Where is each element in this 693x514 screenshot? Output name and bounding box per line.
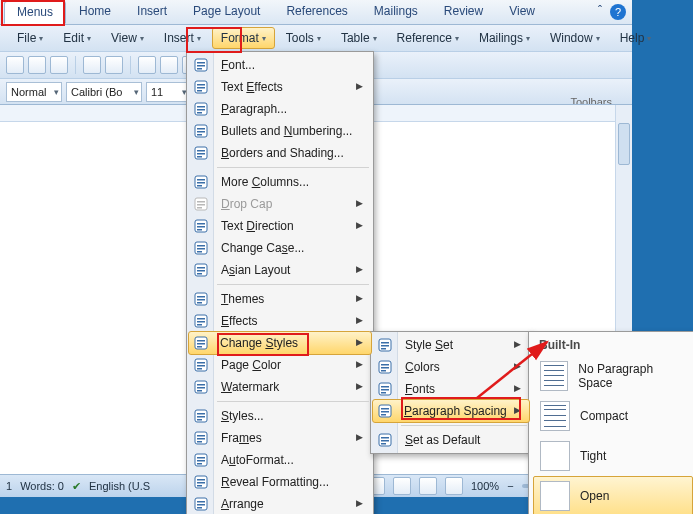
svg-rect-31 [197,229,202,231]
menu-item-font[interactable]: Font... [189,54,371,76]
preview-icon[interactable] [105,56,123,74]
menu-item-watermark[interactable]: Watermark▶ [189,376,371,398]
classic-menu-bar: File▾ Edit▾ View▾ Insert▾ Format▾ Tools▾… [0,25,632,52]
svg-rect-95 [381,414,386,416]
tab-references[interactable]: References [273,0,360,24]
menu-item-icon [193,291,210,308]
svg-rect-81 [381,342,389,344]
spacing-option-label: Tight [580,449,606,463]
menu-item-label: Text Direction [221,219,294,233]
menu-format[interactable]: Format▾ [212,27,275,49]
spacing-option-tight[interactable]: Tight [533,436,693,476]
menu-item-text-direction[interactable]: Text Direction▶ [189,215,371,237]
status-page[interactable]: 1 [6,480,12,492]
status-words[interactable]: Words: 0 [20,480,64,492]
minimize-ribbon-icon[interactable]: ˆ [598,0,606,24]
menu-item-icon [193,262,210,279]
spacing-option-compact[interactable]: Compact [533,396,693,436]
menu-item-icon [193,379,210,396]
menu-item-label: Bullets and Numbering... [221,124,352,138]
menu-item-effects[interactable]: Effects▶ [189,310,371,332]
panel-header: Built-In [533,336,693,356]
tab-mailings[interactable]: Mailings [361,0,431,24]
menu-window[interactable]: Window▾ [541,27,609,49]
tab-insert[interactable]: Insert [124,0,180,24]
zoom-out-button[interactable]: − [507,480,513,492]
menu-item-style-set[interactable]: Style Set▶ [373,334,529,356]
svg-rect-37 [197,267,205,269]
view-draft-icon[interactable] [445,477,463,495]
submenu-arrow-icon: ▶ [514,383,521,393]
menu-item-more-columns[interactable]: More Columns... [189,171,371,193]
menu-insert[interactable]: Insert▾ [155,27,210,49]
print-icon[interactable] [83,56,101,74]
tab-menus[interactable]: Menus [4,1,66,24]
tab-page-layout[interactable]: Page Layout [180,0,273,24]
svg-rect-14 [197,131,205,133]
menu-mailings[interactable]: Mailings▾ [470,27,539,49]
font-size-combo[interactable]: 11 [146,82,190,102]
new-icon[interactable] [6,56,24,74]
menu-item-frames[interactable]: Frames▶ [189,427,371,449]
menu-tools[interactable]: Tools▾ [277,27,330,49]
menu-item-asian-layout[interactable]: Asian Layout▶ [189,259,371,281]
menu-item-arrange[interactable]: Arrange▶ [189,493,371,514]
menu-item-fonts[interactable]: Fonts▶ [373,378,529,400]
cut-icon[interactable] [138,56,156,74]
menu-edit[interactable]: Edit▾ [54,27,100,49]
menu-item-change-case[interactable]: Change Case... [189,237,371,259]
menu-help[interactable]: Help▾ [611,27,661,49]
svg-rect-97 [381,437,389,439]
menu-item-styles[interactable]: Styles... [189,405,371,427]
menu-item-paragraph-spacing[interactable]: Paragraph Spacing▶ [372,399,530,423]
svg-rect-7 [197,90,202,92]
menu-item-colors[interactable]: Colors▶ [373,356,529,378]
menu-item-icon [193,313,210,330]
menu-item-page-color[interactable]: Page Color▶ [189,354,371,376]
menu-item-icon [377,337,394,354]
menu-item-borders-and-shading[interactable]: Borders and Shading... [189,142,371,164]
menu-item-label: Fonts [405,382,435,396]
menu-item-change-styles[interactable]: Change Styles▶ [188,331,372,355]
menu-item-autoformat[interactable]: AutoFormat... [189,449,371,471]
spacing-option-no-paragraph-space[interactable]: No Paragraph Space [533,356,693,396]
submenu-arrow-icon: ▶ [356,337,363,347]
zoom-level[interactable]: 100% [471,480,499,492]
scrollbar-thumb[interactable] [618,123,630,165]
status-language[interactable]: English (U.S [89,480,150,492]
svg-rect-46 [197,321,205,323]
menu-separator [401,425,527,426]
menu-item-text-effects[interactable]: Text Effects▶ [189,76,371,98]
menu-item-icon [193,196,210,213]
svg-rect-13 [197,128,205,130]
spacing-swatch-icon [540,361,568,391]
menu-item-themes[interactable]: Themes▶ [189,288,371,310]
menu-table[interactable]: Table▾ [332,27,386,49]
style-combo[interactable]: Normal [6,82,62,102]
svg-rect-30 [197,226,205,228]
spacing-option-open[interactable]: Open [533,476,693,514]
tab-home[interactable]: Home [66,0,124,24]
open-icon[interactable] [28,56,46,74]
font-combo[interactable]: Calibri (Bo [66,82,142,102]
copy-icon[interactable] [160,56,178,74]
menu-reference[interactable]: Reference▾ [388,27,468,49]
menu-item-label: Change Styles [220,336,298,350]
menu-item-bullets-and-numbering[interactable]: Bullets and Numbering... [189,120,371,142]
save-icon[interactable] [50,56,68,74]
svg-rect-2 [197,65,205,67]
tab-review[interactable]: Review [431,0,496,24]
menu-item-reveal-formatting[interactable]: Reveal Formatting... [189,471,371,493]
submenu-arrow-icon: ▶ [356,315,363,325]
menu-item-label: Styles... [221,409,264,423]
view-web-layout-icon[interactable] [393,477,411,495]
svg-rect-79 [197,507,202,509]
menu-file[interactable]: File▾ [8,27,52,49]
spacing-swatch-icon [540,401,570,431]
menu-view[interactable]: View▾ [102,27,153,49]
tab-view[interactable]: View [496,0,548,24]
view-outline-icon[interactable] [419,477,437,495]
help-icon[interactable]: ? [610,4,626,20]
menu-item-set-as-default[interactable]: Set as Default [373,429,529,451]
menu-item-paragraph[interactable]: Paragraph... [189,98,371,120]
